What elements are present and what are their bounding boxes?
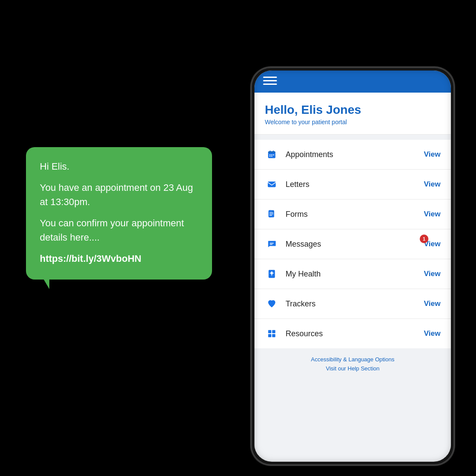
hamburger-line-1: [263, 77, 277, 78]
heart-icon: [265, 297, 279, 311]
resources-view[interactable]: View: [424, 329, 441, 338]
svg-rect-24: [272, 334, 275, 337]
menu-item-forms[interactable]: Forms View: [254, 199, 451, 229]
phone-header: [254, 71, 451, 93]
accessibility-link[interactable]: Accessibility & Language Options: [260, 356, 446, 363]
phone-frame: Hello, Elis Jones Welcome to your patien…: [251, 67, 454, 465]
forms-label: Forms: [286, 210, 424, 219]
menu-item-letters[interactable]: Letters View: [254, 170, 451, 199]
svg-rect-23: [268, 334, 271, 337]
greeting-subtitle: Welcome to your patient portal: [265, 119, 441, 125]
svg-rect-7: [273, 154, 274, 155]
svg-rect-15: [270, 214, 273, 214]
document-icon: [265, 207, 279, 221]
letters-label: Letters: [286, 180, 424, 189]
trackers-label: Trackers: [286, 299, 424, 309]
forms-view[interactable]: View: [424, 210, 441, 219]
calendar-icon: [265, 148, 279, 161]
svg-rect-4: [268, 153, 276, 158]
resources-icon: [265, 327, 279, 341]
message-icon: [265, 237, 279, 251]
svg-rect-9: [271, 156, 273, 157]
phone-footer: Accessibility & Language Options Visit o…: [254, 348, 451, 378]
resources-label: Resources: [286, 329, 424, 338]
svg-rect-18: [270, 244, 272, 244]
menu-item-resources[interactable]: Resources View: [254, 319, 451, 348]
myhealth-view[interactable]: View: [424, 270, 441, 278]
svg-rect-5: [270, 154, 271, 155]
phone-content: Hello, Elis Jones Welcome to your patien…: [254, 93, 451, 455]
greeting-section: Hello, Elis Jones Welcome to your patien…: [254, 93, 451, 135]
messages-label: Messages: [286, 240, 424, 249]
help-link[interactable]: Visit our Help Section: [260, 365, 446, 372]
sms-greeting: Hi Elis.: [40, 159, 198, 174]
appointments-label: Appointments: [286, 150, 424, 159]
svg-rect-8: [270, 156, 271, 157]
myhealth-label: My Health: [286, 270, 424, 279]
svg-rect-25: [268, 330, 271, 333]
menu-item-trackers[interactable]: Trackers View: [254, 289, 451, 319]
menu-item-messages[interactable]: Messages 1 View: [254, 229, 451, 259]
envelope-icon: [265, 177, 279, 191]
phone-mockup: Hello, Elis Jones Welcome to your patien…: [251, 67, 454, 465]
menu-item-myhealth[interactable]: My Health View: [254, 259, 451, 289]
sms-bubble: Hi Elis. You have an appointment on 23 A…: [26, 147, 212, 280]
sms-link[interactable]: https://bit.ly/3WvboHN: [40, 251, 198, 266]
svg-rect-16: [270, 215, 272, 215]
svg-rect-17: [270, 243, 273, 243]
messages-badge: 1: [420, 235, 428, 243]
health-icon: [265, 267, 279, 281]
svg-rect-14: [270, 212, 273, 212]
appointments-view[interactable]: View: [424, 150, 441, 159]
svg-rect-3: [273, 151, 274, 152]
svg-rect-6: [271, 154, 273, 155]
sms-confirm-text: You can confirm your appointment details…: [40, 216, 198, 244]
menu-list: Appointments View Letters: [254, 140, 451, 348]
letters-view[interactable]: View: [424, 180, 441, 189]
phone-screen: Hello, Elis Jones Welcome to your patien…: [254, 71, 451, 462]
greeting-name: Hello, Elis Jones: [265, 103, 441, 117]
hamburger-line-2: [263, 80, 277, 81]
svg-rect-21: [270, 273, 273, 273]
hamburger-line-3: [263, 84, 277, 85]
svg-rect-26: [272, 330, 275, 333]
trackers-view[interactable]: View: [424, 299, 441, 308]
svg-point-22: [271, 275, 272, 276]
sms-appointment-text: You have an appointment on 23 Aug at 13:…: [40, 180, 198, 209]
menu-item-appointments[interactable]: Appointments View: [254, 140, 451, 170]
hamburger-menu-button[interactable]: [263, 77, 277, 85]
svg-rect-2: [270, 151, 270, 152]
